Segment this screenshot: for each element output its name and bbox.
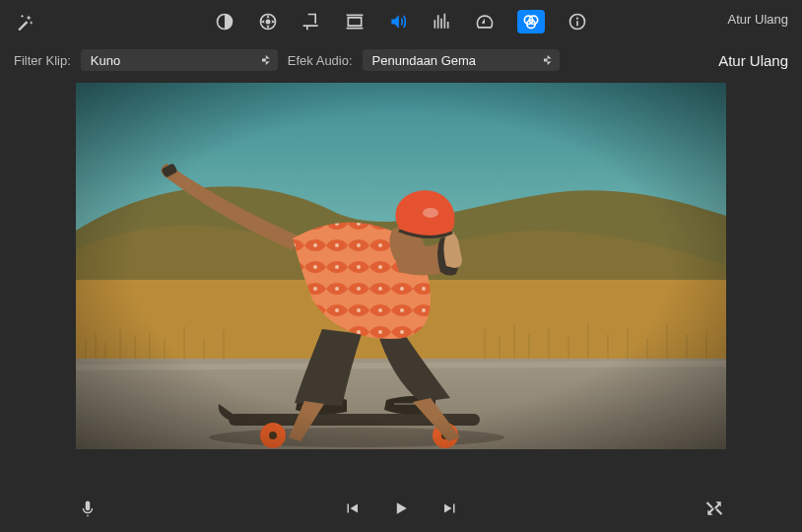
clip-filter-value: Kuno — [91, 53, 120, 68]
crop-icon[interactable] — [301, 11, 322, 33]
stabilization-icon[interactable] — [344, 11, 366, 33]
speed-icon[interactable] — [474, 11, 496, 33]
volume-icon[interactable] — [387, 11, 409, 33]
fullscreen-icon[interactable] — [703, 498, 725, 519]
clip-filter-dropdown[interactable]: Kuno — [81, 49, 278, 71]
audio-effect-dropdown[interactable]: Penundaan Gema — [363, 49, 560, 71]
voiceover-icon[interactable] — [77, 498, 99, 519]
next-button[interactable] — [439, 498, 461, 519]
video-preview[interactable] — [76, 83, 726, 449]
play-button[interactable] — [390, 498, 412, 519]
reset-filter-button[interactable]: Atur Ulang — [718, 52, 788, 69]
magic-wand-icon[interactable] — [14, 12, 35, 33]
svg-rect-22 — [76, 83, 726, 449]
filter-bar: Filter Klip: Kuno Efek Audio: Penundaan … — [0, 43, 802, 83]
previous-button[interactable] — [341, 498, 363, 519]
audio-effect-value: Penundaan Gema — [372, 53, 477, 68]
clip-filter-icon[interactable] — [517, 10, 545, 33]
color-balance-icon[interactable] — [214, 11, 235, 33]
audio-effect-label: Efek Audio: — [288, 53, 353, 68]
info-icon[interactable] — [567, 11, 588, 33]
adjust-toolbar: Atur Ulang — [0, 0, 802, 43]
color-correction-icon[interactable] — [257, 11, 279, 33]
svg-point-7 — [576, 18, 578, 20]
clip-filter-label: Filter Klip: — [14, 53, 71, 68]
reset-all-button[interactable]: Atur Ulang — [728, 12, 788, 27]
svg-point-2 — [266, 20, 271, 25]
noise-reduction-icon[interactable] — [431, 11, 452, 33]
playback-bar — [0, 485, 802, 532]
